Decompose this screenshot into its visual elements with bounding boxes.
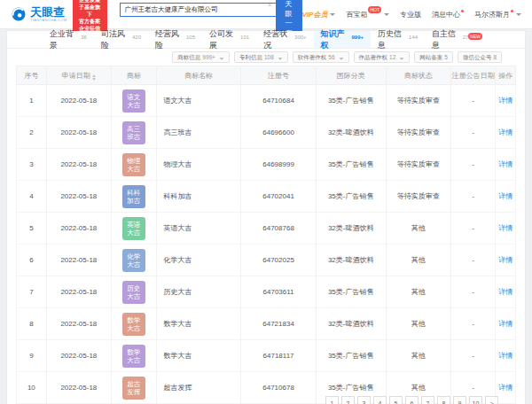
detail-link[interactable]: 详情 <box>498 288 512 296</box>
cell-apply-date: 2022-05-18 <box>46 181 111 213</box>
filter-pill[interactable]: 商标信息 999+ <box>172 51 230 63</box>
filter-pill[interactable]: 作品著作权 12 <box>354 51 411 63</box>
chevron-down-icon <box>278 58 282 59</box>
nav-tab-count: 27 <box>463 35 469 40</box>
nav-tab-count: 144 <box>409 35 418 40</box>
top-menu-item[interactable]: 百宝箱 HOT <box>346 10 389 19</box>
cell-index: 4 <box>17 181 47 213</box>
cell-action: 详情 <box>496 85 516 117</box>
trademark-badge-line1: 历史 <box>127 284 140 292</box>
trademark-badge[interactable]: 语文 大吉 <box>122 89 145 113</box>
trademark-badge-line2: 加吉 <box>127 197 140 205</box>
cell-trademark-name: 数学大吉 <box>156 340 241 372</box>
cell-trademark-name: 科科加吉 <box>156 181 241 213</box>
column-header[interactable]: 商标 <box>111 66 156 85</box>
cell-notice-date: - <box>450 213 496 245</box>
nav-tab[interactable]: 司法风险 420 <box>94 31 148 48</box>
trademark-badge[interactable]: 化学 大吉 <box>122 249 145 272</box>
nav-tab[interactable]: 知识产权 999+ <box>314 31 371 48</box>
cell-registration-no: 64702025 <box>241 245 316 276</box>
detail-link[interactable]: 详情 <box>498 352 512 360</box>
cell-status: 其他 <box>386 340 450 372</box>
detail-link[interactable]: 详情 <box>498 320 512 328</box>
filter-pill[interactable]: 微信公众号 8 <box>458 51 502 63</box>
cell-trademark-image: 化学 大吉 <box>111 245 156 276</box>
top-menu-item[interactable]: 消息中心 <box>432 10 464 19</box>
page-button[interactable]: 1 <box>325 396 339 404</box>
detail-link[interactable]: 详情 <box>498 160 512 168</box>
banner-line1: 国家中小企业发展子基金旗下 <box>77 0 103 18</box>
nav-tab[interactable]: 企业背景 36 <box>43 31 94 48</box>
cell-trademark-name: 数学大吉 <box>156 308 241 340</box>
detail-link[interactable]: 详情 <box>498 224 512 232</box>
sort-icon[interactable] <box>92 74 96 81</box>
filter-pill[interactable]: 专利信息 108 <box>234 51 288 63</box>
table-header-row: 序号 申请日期 商标 商标名称 注册号 国际分类 商标状态 注册公告日期 操作 <box>17 66 516 85</box>
chevron-down-icon <box>220 58 224 59</box>
nav-tab[interactable]: 历史信息 144 <box>371 31 425 48</box>
page-button[interactable]: 4 <box>373 396 387 404</box>
page-button[interactable]: 10 <box>469 396 482 404</box>
detail-link[interactable]: 详情 <box>498 384 512 392</box>
top-menu-item[interactable]: 专业版 <box>400 10 421 19</box>
column-header[interactable]: 操作 <box>496 66 516 85</box>
detail-link[interactable]: 详情 <box>498 192 512 200</box>
top-menu-label: 消息中心 <box>432 10 460 19</box>
trademark-badge-line1: 数学 <box>127 316 140 324</box>
column-header[interactable]: 商标名称 <box>156 66 241 85</box>
column-header-label: 注册号 <box>268 72 289 80</box>
page-button[interactable]: 8 <box>437 396 450 404</box>
column-header-label: 商标 <box>127 72 141 80</box>
trademark-badge[interactable]: 历史 大吉 <box>122 281 145 304</box>
page-button[interactable]: 3 <box>357 396 371 404</box>
column-header[interactable]: 注册公告日期 <box>450 66 496 85</box>
page-button[interactable]: > <box>485 396 498 404</box>
page-button[interactable]: 7 <box>421 396 434 404</box>
trademark-badge[interactable]: 高三 班吉 <box>122 121 145 144</box>
filter-pill[interactable]: 网站备案 5 <box>414 51 453 63</box>
trademark-badge[interactable]: 数学 大吉 <box>122 345 145 368</box>
top-menu-item[interactable]: 马尔济斯月 <box>474 10 521 19</box>
page-button[interactable]: 9 <box>453 396 466 404</box>
nav-tab-count: 101 <box>240 35 249 40</box>
cell-apply-date: 2022-05-18 <box>46 245 111 276</box>
column-header-label: 操作 <box>498 72 512 80</box>
cell-action: 详情 <box>496 213 516 245</box>
detail-link[interactable]: 详情 <box>498 256 512 264</box>
company-search-input[interactable] <box>120 3 276 17</box>
trademark-badge[interactable]: 物理 大吉 <box>122 153 145 176</box>
column-header[interactable]: 申请日期 <box>46 66 111 85</box>
nav-tab[interactable]: 自主信息 27 NEW <box>425 31 489 48</box>
new-badge: NEW <box>468 33 482 40</box>
column-header[interactable]: 序号 <box>17 66 47 85</box>
tianyancha-logo[interactable]: 天眼查 TIANYANCHA.COM <box>11 6 67 22</box>
trademark-badge[interactable]: 英语 大吉 <box>122 217 145 240</box>
nav-tab[interactable]: 公司发展 101 <box>202 31 256 48</box>
column-header[interactable]: 商标状态 <box>386 66 450 85</box>
filter-pill[interactable]: 软件著作权 56 <box>293 51 349 63</box>
top-menu-item[interactable]: VIP会员 <box>302 10 336 19</box>
cell-index: 5 <box>17 213 47 245</box>
trademark-badge[interactable]: 数学 大吉 <box>122 313 145 336</box>
cell-index: 6 <box>17 245 47 276</box>
nav-tab-label: 司法风险 <box>101 28 131 51</box>
trademark-row: 1 2022-05-18 语文 大吉 语文大吉 64710684 35类-广告销… <box>17 85 516 117</box>
page-button[interactable]: 6 <box>405 396 419 404</box>
detail-link[interactable]: 详情 <box>498 128 512 136</box>
clear-search-icon[interactable]: × <box>268 2 272 9</box>
page-button[interactable]: 5 <box>389 396 403 404</box>
hot-badge: HOT <box>368 6 381 13</box>
detail-link[interactable]: 详情 <box>498 97 512 105</box>
column-header[interactable]: 国际分类 <box>316 66 386 85</box>
cell-apply-date: 2022-05-18 <box>46 213 111 245</box>
nav-tab[interactable]: 经营风险 105 <box>148 31 202 48</box>
nav-tab[interactable]: 经营状况 300+ <box>256 31 313 48</box>
column-header-label: 国际分类 <box>337 72 365 80</box>
cell-notice-date: - <box>450 340 496 372</box>
cell-trademark-name: 历史大吉 <box>156 276 241 308</box>
cell-index: 7 <box>17 276 47 308</box>
cell-trademark-name: 化学大吉 <box>156 245 241 276</box>
column-header[interactable]: 注册号 <box>241 66 316 85</box>
page-button[interactable]: 2 <box>341 396 355 404</box>
trademark-badge[interactable]: 科科 加吉 <box>122 185 145 208</box>
